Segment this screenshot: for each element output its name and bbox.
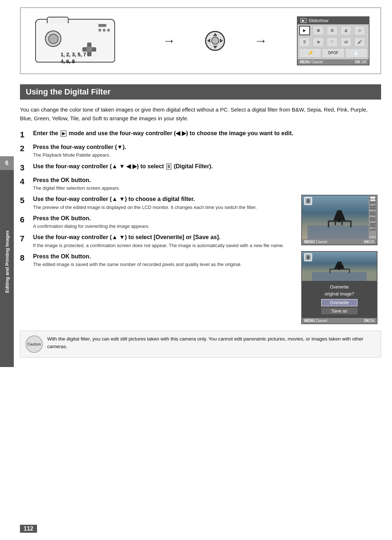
page: 6 Editing and Printing Images [0, 0, 392, 540]
svg-rect-2 [328, 222, 329, 227]
lcd1-bottom-bar: MENU Cancel OKOK [302, 239, 377, 245]
camera-lens [45, 31, 61, 47]
step-1: 1 Enter the ▶ mode and use the four-way … [20, 129, 295, 140]
lcd-screen-1: 0 [301, 195, 377, 245]
svg-marker-15 [335, 264, 343, 266]
step-4-sub: The digital filter selection screen appe… [33, 185, 295, 192]
lcd-scene-svg-2 [302, 261, 377, 281]
svg-marker-6 [336, 210, 343, 214]
steps-left: 1 Enter the ▶ mode and use the four-way … [20, 129, 295, 324]
caution-box: Caution With the digital filter, you can… [20, 331, 381, 358]
caution-text: With the digital filter, you can edit st… [47, 335, 376, 350]
nav-dial-circle [205, 31, 225, 51]
side-tab-number: 6 [0, 156, 14, 170]
menu-screen-row3: 🔑 DPOF 📄 [298, 48, 369, 59]
top-diagram: 1, 2, 3, 5, 7 4, 6, 8 → → [20, 7, 381, 74]
lcd-zero-icon-2: 0 [304, 253, 312, 261]
lcd-screen-2: 0 Overwri [301, 251, 377, 324]
svg-rect-5 [342, 222, 343, 225]
camera-lens-inner [48, 34, 58, 44]
lcd-scene-svg-1 [302, 209, 377, 239]
step-8-sub: The edited image is saved with the same … [33, 261, 295, 268]
page-number: 112 [20, 525, 37, 533]
step-7-main: Use the four-way controller (▲ ▼) to sel… [33, 233, 295, 241]
step-3: 3 Use the four-way controller (▲ ▼ ◀ ▶) … [20, 162, 295, 173]
svg-marker-8 [333, 217, 346, 220]
overwrite-title: Overwriteoriginal image? [302, 284, 377, 298]
svg-rect-9 [338, 221, 340, 222]
step-5-main: Use the four-way controller (▲ ▼) to cho… [33, 195, 295, 203]
steps-right: 0 [301, 129, 381, 324]
step-5-sub: The preview of the edited image is displ… [33, 204, 295, 211]
svg-rect-13 [349, 270, 350, 273]
dpad-center [86, 47, 92, 52]
camera-diagram: 1, 2, 3, 5, 7 4, 6, 8 [32, 15, 133, 66]
caution-icon: Caution [25, 335, 43, 353]
step-7-sub: If the image is protected, a confirmatio… [33, 242, 295, 249]
overwrite-button: Overwrite [321, 299, 358, 306]
svg-rect-17 [338, 269, 340, 270]
menu-screen-bottom: MENU Cancel OK OK [298, 59, 369, 65]
svg-rect-10 [312, 272, 367, 281]
svg-marker-7 [335, 214, 344, 217]
svg-rect-4 [335, 222, 336, 225]
step-6-sub: A confirmation dialog for overwriting th… [33, 223, 295, 230]
step-4: 4 Press the OK button. The digital filte… [20, 176, 295, 192]
svg-rect-3 [350, 222, 352, 227]
svg-marker-16 [334, 266, 345, 269]
arrow-right-icon: → [163, 33, 176, 48]
steps-container: 1 Enter the ▶ mode and use the four-way … [20, 129, 381, 324]
menu-screen-row2: 0 ⊛ ♡ ⊙/ 🎤 [298, 37, 369, 48]
diagram-labels: 1, 2, 3, 5, 7 4, 6, 8 [61, 51, 86, 64]
section-header: Using the Digital Filter [20, 84, 381, 100]
section-description: You can change the color tone of taken i… [20, 105, 381, 123]
lcd-zero-icon-1: 0 [304, 197, 312, 205]
menu-screen-row1: ▶ ⊞ ⊟ 🖨 ◇ [298, 24, 369, 37]
lcd-photo-1: 0 [302, 196, 377, 239]
step-5: 5 Use the four-way controller (▲ ▼) to c… [20, 195, 295, 211]
step-7: 7 Use the four-way controller (▲ ▼) to s… [20, 233, 295, 249]
step-2-sub: The Playback Mode Palette appears. [33, 152, 295, 158]
lcd-photo-2: 0 [302, 252, 377, 281]
nav-dial [205, 31, 225, 51]
svg-rect-0 [307, 226, 371, 239]
lcd-right-strip: B&W SEP RED PNK PRP BLU SOFT [369, 196, 377, 239]
step-6-main: Press the OK button. [33, 214, 295, 222]
svg-rect-12 [330, 270, 330, 273]
soft-label: SOFT [369, 236, 376, 238]
saveas-button: Save as [321, 308, 358, 314]
overwrite-dialog: Overwriteoriginal image? Overwrite Save … [302, 281, 377, 318]
lcd2-bottom-bar: MENU Cancel OKOK [302, 318, 377, 323]
step-6: 6 Press the OK button. A confirmation di… [20, 214, 295, 230]
step-2-main: Press the four-way controller (▼). [33, 143, 295, 151]
camera-top-bump [47, 17, 69, 23]
menu-screen-title: ▶ Slideshow [298, 17, 369, 24]
side-tab: Editing and Printing Images [0, 156, 14, 367]
nav-dial-inner [211, 37, 219, 45]
step-8-main: Press the OK button. [33, 253, 295, 261]
playback-mode-icon: ▶ [61, 130, 66, 137]
digital-filter-icon: 0 [166, 164, 171, 170]
step-3-main: Use the four-way controller (▲ ▼ ◀ ▶) to… [33, 162, 295, 170]
step-8: 8 Press the OK button. The edited image … [20, 253, 295, 268]
step-2: 2 Press the four-way controller (▼). The… [20, 143, 295, 159]
step-1-main: Enter the ▶ mode and use the four-way co… [33, 129, 295, 137]
svg-marker-14 [336, 262, 342, 264]
main-content: 1, 2, 3, 5, 7 4, 6, 8 → → [20, 0, 381, 358]
menu-screen: ▶ Slideshow ▶ ⊞ ⊟ 🖨 ◇ 0 ⊛ ♡ ⊙/ 🎤 [297, 16, 369, 65]
step-4-main: Press the OK button. [33, 176, 295, 184]
arrow-right-icon-2: → [254, 33, 268, 48]
